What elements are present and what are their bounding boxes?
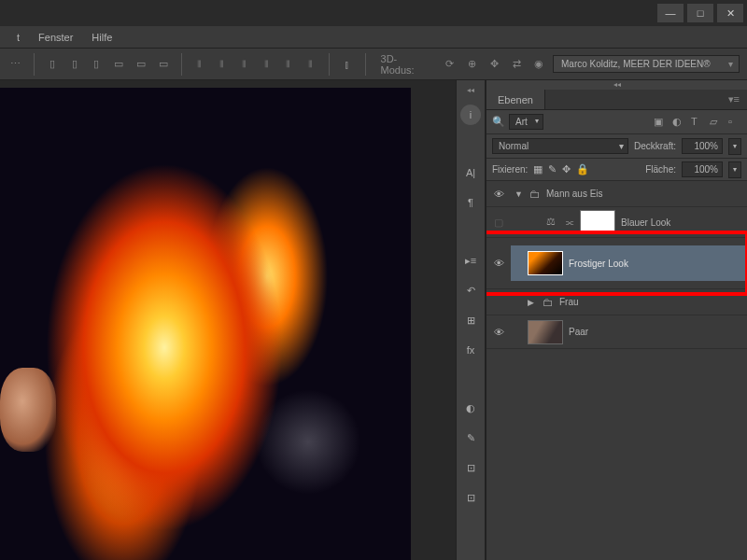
lock-transparency-icon[interactable]: ▦ <box>533 163 543 175</box>
layer-thumbnail[interactable] <box>528 251 563 275</box>
distribute-icon-4[interactable]: ⫴ <box>303 56 319 73</box>
3d-camera-icon[interactable]: ◉ <box>530 56 547 73</box>
menu-item-partial[interactable]: t <box>7 32 29 43</box>
lock-all-icon[interactable]: 🔒 <box>576 163 589 175</box>
folder-icon: 🗀 <box>529 188 541 201</box>
minimize-button[interactable]: — <box>657 4 684 22</box>
character-panel-icon[interactable]: A| <box>460 162 481 183</box>
actions-panel-icon[interactable]: ▸≡ <box>460 250 481 271</box>
folder-icon: 🗀 <box>543 296 554 309</box>
layers-list: 👁 ▼ 🗀 Mann aus Eis ▢ ⚖ ⫘ Blauer Look <box>486 181 747 560</box>
fill-label: Fläche: <box>645 164 676 175</box>
distribute-icon[interactable]: ⫴ <box>235 56 252 73</box>
group-expand-icon[interactable]: ▼ <box>514 189 524 199</box>
layers-panel: ◂◂ Ebenen ▾≡ 🔍 Art ▣ ◐ T ▱ ▫ Normal Deck… <box>486 80 747 560</box>
align-middle-icon[interactable]: ▭ <box>133 56 149 73</box>
distribute-h-icon[interactable]: ⫴ <box>191 56 208 73</box>
opacity-input[interactable]: 100% <box>682 138 723 154</box>
navigator-panel-icon[interactable]: ⊡ <box>460 487 481 508</box>
maximize-button[interactable]: □ <box>687 4 713 22</box>
distribute-icon-3[interactable]: ⫴ <box>280 56 297 73</box>
canvas[interactable] <box>0 80 456 560</box>
align-right-icon[interactable]: ▯ <box>88 56 105 73</box>
layer-row[interactable]: 👁 Paar <box>486 315 747 349</box>
blend-mode-dropdown[interactable]: Normal <box>492 138 628 154</box>
opacity-flyout-icon[interactable]: ▾ <box>728 138 741 155</box>
styles-panel-icon[interactable]: fx <box>460 340 481 360</box>
layer-name: Paar <box>569 327 588 337</box>
align-center-icon[interactable]: ▯ <box>66 56 83 73</box>
lock-pixels-icon[interactable]: ✎ <box>548 163 557 175</box>
panel-tabs: Ebenen ▾≡ <box>486 90 747 110</box>
column-icon[interactable]: ⫿ <box>339 56 356 73</box>
titlebar: — □ ✕ <box>0 0 747 26</box>
visibility-icon[interactable]: 👁 <box>494 327 504 338</box>
panel-menu-icon[interactable]: ▾≡ <box>721 93 747 105</box>
options-bar: ⋯ ▯ ▯ ▯ ▭ ▭ ▭ ⫴ ⫴ ⫴ ⫴ ⫴ ⫴ ⫿ 3D-Modus: ⟳ … <box>0 49 747 80</box>
tab-ebenen[interactable]: Ebenen <box>486 90 545 109</box>
3d-roll-icon[interactable]: ⊕ <box>464 56 481 73</box>
distribute-icon-2[interactable]: ⫴ <box>258 56 275 73</box>
layer-row-selected[interactable]: 👁 Frostiger Look <box>486 238 747 289</box>
filter-smart-icon[interactable]: ▫ <box>728 116 741 129</box>
document-image <box>0 88 411 560</box>
menu-item-hilfe[interactable]: Hilfe <box>82 32 121 43</box>
distribute-v-icon[interactable]: ⫴ <box>214 56 231 73</box>
align-left-icon[interactable]: ▯ <box>44 56 61 73</box>
visibility-icon[interactable]: 👁 <box>494 258 504 269</box>
properties-panel-icon[interactable]: ⊡ <box>460 457 481 478</box>
collapse-arrows-icon[interactable]: ◂◂ <box>486 80 747 90</box>
brushes-panel-icon[interactable]: ✎ <box>460 427 481 448</box>
lock-position-icon[interactable]: ✥ <box>562 163 571 175</box>
user-dropdown[interactable]: Marco Kolditz, MEER DER IDEEN® <box>553 55 740 73</box>
layer-thumbnail[interactable] <box>528 320 563 344</box>
paragraph-panel-icon[interactable]: ¶ <box>460 192 481 213</box>
align-icon[interactable]: ⋯ <box>7 56 24 73</box>
close-button[interactable]: ✕ <box>717 4 743 22</box>
layer-adjustment-row[interactable]: ▢ ⚖ ⫘ Blauer Look <box>486 207 747 238</box>
lock-fill-row: Fixieren: ▦ ✎ ✥ 🔒 Fläche: 100% ▾ <box>486 159 747 181</box>
layer-name: Blauer Look <box>621 217 670 228</box>
layer-name: Frostiger Look <box>569 259 628 269</box>
fill-flyout-icon[interactable]: ▾ <box>728 161 741 178</box>
collapse-arrows-icon[interactable]: ◂◂ <box>467 86 474 95</box>
3d-orbit-icon[interactable]: ⟳ <box>442 56 458 73</box>
lock-label: Fixieren: <box>492 164 528 175</box>
link-icon: ⫘ <box>565 217 574 228</box>
3d-slide-icon[interactable]: ⇄ <box>508 56 525 73</box>
filter-shape-icon[interactable]: ▱ <box>710 116 723 129</box>
info-panel-icon[interactable]: i <box>460 105 481 125</box>
adjustments-panel-icon[interactable]: ◐ <box>460 398 481 418</box>
filter-type-icon[interactable]: T <box>691 116 704 129</box>
blend-opacity-row: Normal Deckkraft: 100% ▾ <box>486 134 747 159</box>
history-panel-icon[interactable]: ↶ <box>460 280 481 301</box>
collapsed-panels-strip: ◂◂ i A| ¶ ▸≡ ↶ ⊞ fx ◐ ✎ ⊡ ⊡ <box>456 80 486 560</box>
mode-label: 3D-Modus: <box>375 53 436 76</box>
opacity-label: Deckkraft: <box>634 141 676 151</box>
menubar: t Fenster Hilfe <box>0 26 747 49</box>
layer-group-row[interactable]: 👁 ▼ 🗀 Mann aus Eis <box>486 181 747 207</box>
group-collapse-icon[interactable]: ▶ <box>528 298 537 307</box>
menu-item-fenster[interactable]: Fenster <box>29 32 82 43</box>
filter-adjustment-icon[interactable]: ◐ <box>672 116 685 129</box>
align-top-icon[interactable]: ▭ <box>110 56 127 73</box>
layer-name: Mann aus Eis <box>546 189 603 199</box>
mask-thumbnail[interactable] <box>580 210 615 234</box>
layer-filter-row: 🔍 Art ▣ ◐ T ▱ ▫ <box>486 110 747 134</box>
fill-input[interactable]: 100% <box>682 161 723 177</box>
filter-kind-dropdown[interactable]: Art <box>509 114 543 130</box>
align-bottom-icon[interactable]: ▭ <box>155 56 172 73</box>
search-icon: 🔍 <box>492 116 505 128</box>
filter-pixel-icon[interactable]: ▣ <box>654 116 667 129</box>
visibility-icon[interactable]: 👁 <box>494 189 504 200</box>
3d-pan-icon[interactable]: ✥ <box>486 56 502 73</box>
layer-name: Frau <box>559 297 579 307</box>
balance-icon: ⚖ <box>546 216 559 229</box>
swatches-panel-icon[interactable]: ⊞ <box>460 310 481 330</box>
layer-group-row[interactable]: ▶ 🗀 Frau <box>486 289 747 315</box>
visibility-off-icon[interactable]: ▢ <box>494 217 503 229</box>
